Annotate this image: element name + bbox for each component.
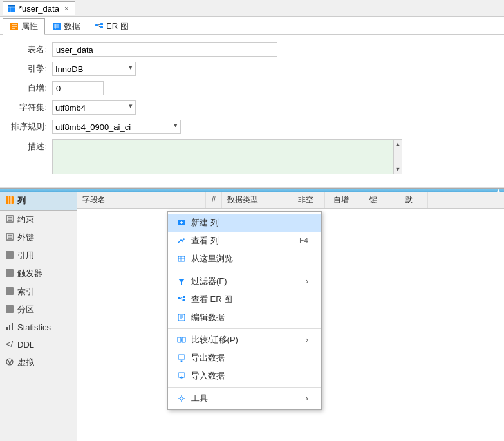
- menu-item-tools[interactable]: 工具 ›: [168, 389, 321, 408]
- menu-filter-label: 过滤器(F): [191, 276, 227, 287]
- engine-label: 引擎:: [10, 63, 52, 75]
- menu-import-label: 导入数据: [191, 370, 225, 382]
- collation-label: 排序规则:: [10, 121, 52, 133]
- menu-item-new-column[interactable]: 新建 列: [168, 214, 321, 232]
- er-icon: [95, 22, 104, 31]
- sidebar-item-indexes[interactable]: 索引: [0, 283, 77, 301]
- menu-item-view-er[interactable]: 查看 ER 图: [168, 290, 321, 308]
- menu-new-column-label: 新建 列: [191, 217, 219, 229]
- menu-sep-3: [168, 387, 321, 388]
- tab-properties-label: 属性: [21, 21, 38, 32]
- svg-text:⊟: ⊟: [6, 214, 14, 223]
- properties-panel: 表名: 引擎: InnoDB MyISAM MEMORY 自增: 字符集: ut…: [0, 35, 504, 188]
- tab-er-label: ER 图: [106, 21, 129, 32]
- col-header-auto: 自增: [325, 192, 357, 208]
- sidebar-ddl-label: DDL: [17, 340, 34, 350]
- description-textarea[interactable]: [52, 139, 393, 174]
- sidebar-item-partitions[interactable]: 分区: [0, 301, 77, 319]
- svg-rect-42: [183, 296, 185, 298]
- svg-rect-51: [182, 337, 185, 342]
- svg-rect-43: [183, 299, 185, 301]
- svg-rect-29: [9, 325, 10, 330]
- charset-select-wrap: utf8mb4 utf8 latin1: [52, 100, 136, 115]
- sidebar-columns-label: 列: [17, 195, 26, 207]
- description-scrollbar[interactable]: ▲ ▼: [393, 139, 402, 174]
- menu-compare-label: 比较/迁移(P): [191, 334, 238, 346]
- tools-icon: [176, 393, 187, 404]
- charset-row: 字符集: utf8mb4 utf8 latin1: [10, 100, 494, 115]
- sidebar-item-ddl[interactable]: </> DDL: [0, 336, 77, 353]
- menu-item-browse[interactable]: 从这里浏览: [168, 250, 321, 268]
- sidebar-item-columns[interactable]: 列: [0, 192, 77, 211]
- menu-browse-label: 从这里浏览: [191, 253, 233, 265]
- engine-select-wrap: InnoDB MyISAM MEMORY: [52, 62, 136, 76]
- collation-select[interactable]: utf8mb4_0900_ai_ci utf8mb4_general_ci: [52, 120, 181, 134]
- tab-data[interactable]: 数据: [45, 18, 88, 34]
- sidebar-partitions-label: 分区: [17, 304, 34, 315]
- sidebar-item-virtual[interactable]: v 虚拟: [0, 353, 77, 371]
- svg-rect-17: [6, 196, 14, 204]
- columns-icon: [5, 196, 14, 207]
- menu-export-label: 导出数据: [191, 352, 225, 364]
- data-icon: [52, 22, 61, 31]
- auto-increment-label: 自增:: [10, 82, 52, 94]
- menu-filter-arrow: ›: [306, 277, 308, 286]
- menu-tools-arrow: ›: [306, 394, 308, 403]
- sidebar-triggers-label: 触发器: [17, 268, 42, 279]
- menu-item-compare[interactable]: 比较/迁移(P) ›: [168, 331, 321, 349]
- menu-item-filter[interactable]: 过滤器(F) ›: [168, 272, 321, 290]
- scroll-up-arrow[interactable]: ▲: [395, 141, 401, 147]
- menu-item-import[interactable]: 导入数据: [168, 367, 321, 385]
- filter-icon: [176, 276, 187, 286]
- svg-rect-26: [6, 287, 14, 295]
- table-name-label: 表名:: [10, 44, 52, 55]
- col-header-hash: #: [206, 192, 222, 208]
- menu-sep-2: [168, 328, 321, 329]
- sidebar-item-references[interactable]: 引用: [0, 247, 77, 265]
- engine-row: 引擎: InnoDB MyISAM MEMORY: [10, 62, 494, 76]
- view-column-icon: [176, 236, 187, 246]
- scroll-down-arrow[interactable]: ▼: [395, 166, 401, 173]
- menu-item-edit-data[interactable]: 编辑数据: [168, 308, 321, 326]
- props-icon: [10, 22, 19, 31]
- menu-item-view-column[interactable]: 查看 列 F4: [168, 232, 321, 250]
- constraints-icon: ⊟: [5, 214, 14, 225]
- table-area: 字段名 # 数据类型 非空 自增 键 默 新建 列: [77, 192, 504, 441]
- svg-rect-24: [6, 251, 14, 259]
- sidebar-indexes-label: 索引: [17, 286, 34, 297]
- svg-rect-27: [6, 305, 14, 313]
- menu-item-export[interactable]: 导出数据: [168, 349, 321, 367]
- main-tab[interactable]: *user_data ×: [3, 1, 75, 15]
- svg-rect-13: [100, 23, 103, 25]
- sidebar-item-triggers[interactable]: 触发器: [0, 265, 77, 283]
- tab-properties[interactable]: 属性: [3, 18, 45, 35]
- svg-rect-30: [12, 323, 13, 330]
- sidebar-statistics-label: Statistics: [17, 323, 51, 332]
- svg-marker-40: [178, 279, 185, 285]
- menu-view-column-label: 查看 列: [191, 235, 219, 247]
- description-label: 描述:: [10, 139, 52, 153]
- menu-edit-data-label: 编辑数据: [191, 312, 225, 323]
- col-header-notnull: 非空: [286, 192, 325, 208]
- ref-icon: [5, 250, 14, 261]
- menu-sep-1: [168, 270, 321, 270]
- new-column-icon: [176, 218, 187, 228]
- svg-rect-14: [100, 26, 103, 28]
- engine-select[interactable]: InnoDB MyISAM MEMORY: [52, 62, 136, 76]
- svg-text:</>: </>: [6, 339, 14, 348]
- sidebar-item-constraints[interactable]: ⊟ 约束: [0, 211, 77, 229]
- sidebar-item-statistics[interactable]: Statistics: [0, 319, 77, 336]
- charset-select[interactable]: utf8mb4 utf8 latin1: [52, 100, 136, 115]
- tab-er[interactable]: ER 图: [88, 18, 136, 34]
- partition-icon: [5, 305, 14, 315]
- svg-rect-25: [6, 269, 14, 277]
- view-er-icon: [176, 294, 187, 305]
- svg-rect-28: [6, 327, 8, 330]
- stats-icon: [5, 322, 14, 333]
- table-name-input[interactable]: [52, 42, 277, 57]
- auto-increment-input[interactable]: [52, 81, 104, 95]
- tab-close-button[interactable]: ×: [64, 5, 68, 12]
- menu-tools-label: 工具: [191, 393, 208, 404]
- sidebar-item-foreign-keys[interactable]: ⊞ 外键: [0, 229, 77, 247]
- sidebar-ref-label: 引用: [17, 250, 34, 261]
